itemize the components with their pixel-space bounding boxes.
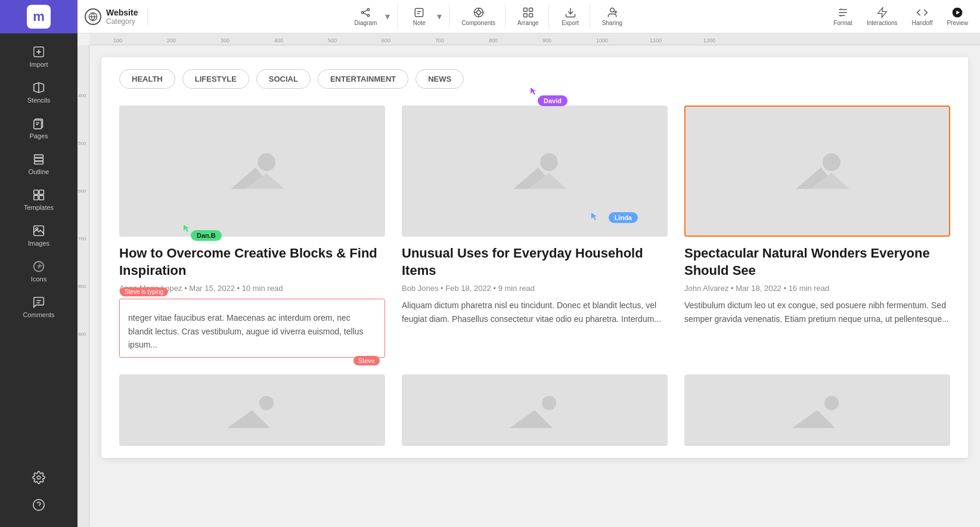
linda-cursor: Linda xyxy=(591,213,632,224)
svg-marker-61 xyxy=(591,213,597,220)
toolbar-tools: Diagram ▾ Note ▾ xyxy=(148,4,829,29)
toolbar-right: Format Interactions Handoff xyxy=(829,4,973,29)
blog-image-5 xyxy=(402,374,668,446)
svg-rect-11 xyxy=(34,190,38,194)
blog-title-3: Spectacular Natural Wonders Everyone Sho… xyxy=(684,245,950,279)
category-lifestyle[interactable]: LIFESTYLE xyxy=(182,69,249,89)
diagram-chevron[interactable]: ▾ xyxy=(383,8,392,24)
category-entertainment[interactable]: ENTERTAINMENT xyxy=(318,69,408,89)
note-button[interactable]: Note xyxy=(405,4,433,29)
page-subtitle: Category xyxy=(106,17,138,26)
handoff-icon xyxy=(916,7,928,18)
svg-marker-55 xyxy=(184,225,189,232)
blog-image-1 xyxy=(119,106,385,237)
svg-point-26 xyxy=(368,14,370,16)
svg-rect-14 xyxy=(39,196,44,200)
sidebar: m Import Stencils xyxy=(0,0,77,527)
svg-rect-29 xyxy=(415,8,423,16)
preview-button[interactable]: Preview xyxy=(942,4,973,29)
templates-icon xyxy=(32,188,45,202)
ruler-vertical: 400 500 600 700 800 900 xyxy=(77,45,89,527)
sharing-button[interactable]: Sharing xyxy=(597,4,627,29)
help-icon xyxy=(32,498,45,512)
category-news[interactable]: NEWS xyxy=(415,69,464,89)
note-group: Note ▾ xyxy=(400,4,449,29)
blog-card-4 xyxy=(119,374,385,446)
blog-card-3: Nolan Spectacular Natural Wonders Everyo… xyxy=(684,106,950,358)
plus-icon xyxy=(32,45,45,58)
svg-marker-60 xyxy=(531,88,536,95)
diagram-button[interactable]: Diagram xyxy=(350,4,382,29)
diagram-group: Diagram ▾ xyxy=(345,4,398,29)
components-icon xyxy=(473,7,485,18)
export-group: Export xyxy=(551,4,590,29)
david-cursor: David xyxy=(531,88,560,107)
svg-point-32 xyxy=(476,11,480,15)
category-social[interactable]: SOCIAL xyxy=(256,69,311,89)
svg-rect-9 xyxy=(35,158,44,161)
placeholder-image-3 xyxy=(781,141,853,201)
blog-title-2: Unusual Uses for Everyday Household Item… xyxy=(402,245,668,279)
danb-cursor: Dan.B xyxy=(185,225,216,244)
export-icon xyxy=(565,7,576,18)
sidebar-item-comments[interactable]: Comments xyxy=(0,289,77,324)
placeholder-image-1 xyxy=(216,141,288,201)
note-chevron[interactable]: ▾ xyxy=(435,8,444,24)
placeholder-image-4 xyxy=(216,380,288,440)
blog-meta-2: Bob Jones • Feb 18, 2022 • 9 min read xyxy=(402,284,668,293)
sidebar-item-templates[interactable]: Templates xyxy=(0,181,77,217)
components-group: Components xyxy=(452,4,505,29)
help-button[interactable] xyxy=(32,492,45,517)
placeholder-image-6 xyxy=(781,380,853,440)
category-health[interactable]: HEALTH xyxy=(119,69,175,89)
svg-point-73 xyxy=(824,396,839,410)
sidebar-item-stencils[interactable]: Stencils xyxy=(0,74,77,110)
logo[interactable]: m xyxy=(27,5,51,29)
sidebar-items: Import Stencils Pages xyxy=(0,33,77,324)
canvas-area: 100 200 300 400 500 600 700 800 900 1000… xyxy=(77,33,980,527)
export-button[interactable]: Export xyxy=(556,4,585,29)
blog-grid: Dan.B How to Overcome Creative Blocks & … xyxy=(119,106,950,358)
logo-area: m xyxy=(0,0,77,33)
interactions-button[interactable]: Interactions xyxy=(862,4,903,29)
arrange-group: Arrange xyxy=(508,4,549,29)
sidebar-bottom xyxy=(32,465,45,527)
note-icon xyxy=(413,7,425,18)
page-title: Website xyxy=(106,8,138,17)
toolbar: Website Category Diagram ▾ xyxy=(77,0,980,33)
svg-line-28 xyxy=(364,13,368,15)
sidebar-item-images[interactable]: Images xyxy=(0,217,77,253)
blog-card-5 xyxy=(402,374,668,446)
svg-point-20 xyxy=(33,500,44,510)
svg-point-43 xyxy=(610,8,615,13)
svg-point-24 xyxy=(362,11,364,13)
svg-point-25 xyxy=(368,8,370,10)
placeholder-image-5 xyxy=(499,380,570,440)
svg-point-63 xyxy=(823,153,841,171)
preview-icon xyxy=(951,7,963,18)
arrange-icon xyxy=(522,7,534,18)
components-button[interactable]: Components xyxy=(457,4,500,29)
ruler-horizontal: 100 200 300 400 500 600 700 800 900 1000… xyxy=(89,33,980,45)
blog-grid-row2 xyxy=(119,374,950,446)
format-button[interactable]: Format xyxy=(829,4,857,29)
blog-excerpt-3: Vestibulum dictum leo ut ex congue, sed … xyxy=(684,299,950,326)
icons-icon xyxy=(32,260,45,273)
title-area: Website Category xyxy=(106,8,138,26)
toolbar-left: Website Category xyxy=(85,8,148,26)
handoff-button[interactable]: Handoff xyxy=(907,4,938,29)
svg-rect-10 xyxy=(35,162,44,165)
arrange-button[interactable]: Arrange xyxy=(513,4,544,29)
sidebar-item-outline[interactable]: Outline xyxy=(0,145,77,181)
svg-rect-13 xyxy=(34,196,38,200)
svg-point-52 xyxy=(258,153,275,171)
stencils-icon xyxy=(32,81,45,94)
sidebar-item-import[interactable]: Import xyxy=(0,38,77,74)
globe-icon xyxy=(85,8,101,25)
sidebar-item-pages[interactable]: Pages xyxy=(0,110,77,145)
blog-title-1: How to Overcome Creative Blocks & Find I… xyxy=(119,245,385,279)
interactions-icon xyxy=(876,7,888,18)
settings-button[interactable] xyxy=(32,465,45,490)
canvas-inner: HEALTH LIFESTYLE SOCIAL ENTERTAINMENT NE… xyxy=(101,57,968,458)
sidebar-item-icons[interactable]: Icons xyxy=(0,253,77,289)
